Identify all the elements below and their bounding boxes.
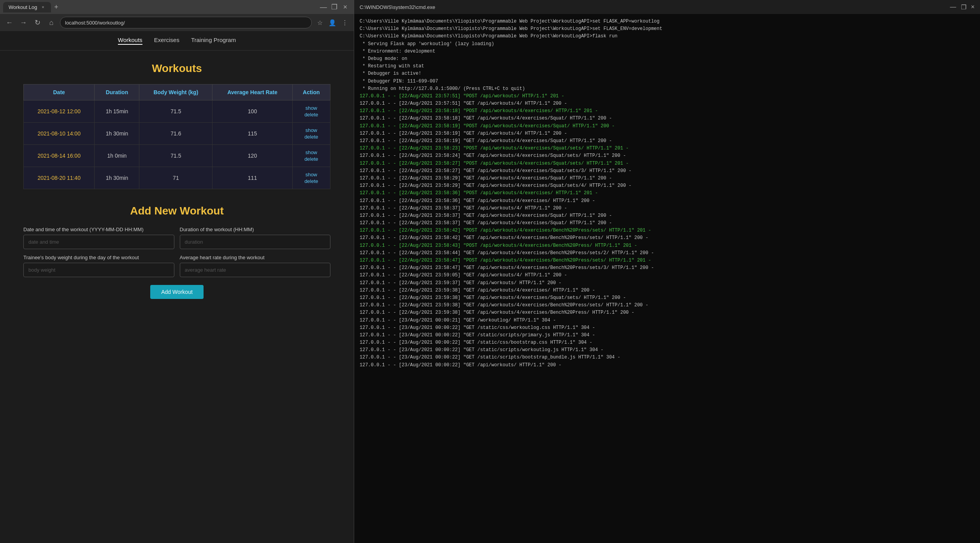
terminal-line: 127.0.0.1 - - [22/Aug/2021 23:57:51] "PO… — [360, 93, 975, 100]
bodyweight-label: Trainee's body weight during the day of … — [23, 255, 174, 260]
workout-table: Date Duration Body Weight (kg) Average H… — [23, 84, 330, 189]
terminal-line: * Debug mode: on — [360, 55, 975, 63]
nav-exercises[interactable]: Exercises — [154, 37, 179, 45]
window-close-button[interactable]: × — [340, 2, 351, 12]
delete-link[interactable]: delete — [304, 134, 318, 140]
cell-body-weight: 71.5 — [139, 145, 213, 167]
datetime-group: Date and time of the workout (YYYY-MM-DD… — [23, 227, 174, 249]
datetime-label: Date and time of the workout (YYYY-MM-DD… — [23, 227, 174, 232]
cell-action: show delete — [292, 123, 330, 145]
show-link[interactable]: show — [306, 149, 317, 155]
terminal-line: * Restarting with stat — [360, 63, 975, 70]
terminal-restore[interactable]: ❐ — [961, 4, 966, 11]
terminal-line: 127.0.0.1 - - [23/Aug/2021 00:00:22] "GE… — [360, 362, 975, 369]
bodyweight-input[interactable] — [23, 263, 174, 277]
cell-body-weight: 71.6 — [139, 123, 213, 145]
add-workout-section: Add New Workout Date and time of the wor… — [23, 205, 330, 299]
new-tab-button[interactable]: + — [51, 2, 61, 12]
terminal-line: 127.0.0.1 - - [22/Aug/2021 23:59:38] "GE… — [360, 309, 975, 316]
add-section-title: Add New Workout — [23, 205, 330, 217]
terminal-line: 127.0.0.1 - - [22/Aug/2021 23:58:27] "GE… — [360, 167, 975, 175]
terminal-line: 127.0.0.1 - - [22/Aug/2021 23:58:18] "PO… — [360, 107, 975, 115]
terminal-line: 127.0.0.1 - - [22/Aug/2021 23:58:43] "PO… — [360, 242, 975, 250]
forward-button[interactable]: → — [18, 17, 29, 28]
browser-actions: ☆ 👤 ⋮ — [315, 18, 350, 28]
terminal-line: 127.0.0.1 - - [22/Aug/2021 23:58:19] "PO… — [360, 123, 975, 130]
terminal-line: 127.0.0.1 - - [23/Aug/2021 00:00:21] "GE… — [360, 317, 975, 324]
terminal-line: * Environment: development — [360, 48, 975, 55]
terminal-line: 127.0.0.1 - - [22/Aug/2021 23:58:42] "PO… — [360, 227, 975, 234]
col-heart-rate: Average Heart Rate — [213, 84, 292, 100]
table-row: 2021-08-20 11:40 1h 30min 71 111 show de… — [24, 167, 330, 189]
terminal-close[interactable]: × — [971, 4, 975, 11]
delete-link[interactable]: delete — [304, 178, 318, 184]
window-minimize-button[interactable]: — — [318, 2, 329, 12]
terminal-line: 127.0.0.1 - - [22/Aug/2021 23:58:24] "GE… — [360, 152, 975, 160]
avg-hr-input[interactable] — [180, 263, 331, 277]
browser-titlebar: Workout Log × + — ❐ × — [0, 0, 354, 14]
cell-avg-heart-rate: 120 — [213, 145, 292, 167]
avg-hr-group: Average heart rate during the workout — [180, 255, 331, 277]
col-body-weight: Body Weight (kg) — [139, 84, 213, 100]
cell-date: 2021-08-10 14:00 — [24, 123, 95, 145]
cell-date: 2021-08-12 12:00 — [24, 100, 95, 123]
table-row: 2021-08-10 14:00 1h 30min 71.6 115 show … — [24, 123, 330, 145]
show-link[interactable]: show — [306, 105, 317, 111]
address-bar[interactable]: localhost:5000/workoutlog/ — [60, 17, 312, 28]
refresh-button[interactable]: ↻ — [32, 17, 43, 28]
cell-avg-heart-rate: 115 — [213, 123, 292, 145]
cell-body-weight: 71.5 — [139, 100, 213, 123]
terminal-line: 127.0.0.1 - - [22/Aug/2021 23:59:37] "GE… — [360, 279, 975, 287]
cell-avg-heart-rate: 100 — [213, 100, 292, 123]
cell-date: 2021-08-14 16:00 — [24, 145, 95, 167]
nav-workouts[interactable]: Workouts — [118, 37, 142, 45]
nav-training-program[interactable]: Training Program — [191, 37, 236, 45]
show-link[interactable]: show — [306, 172, 317, 177]
active-tab[interactable]: Workout Log × — [3, 2, 51, 12]
table-header-row: Date Duration Body Weight (kg) Average H… — [24, 84, 330, 100]
terminal-line: 127.0.0.1 - - [22/Aug/2021 23:58:29] "GE… — [360, 175, 975, 182]
terminal-line: 127.0.0.1 - - [23/Aug/2021 00:00:22] "GE… — [360, 332, 975, 339]
terminal-line: 127.0.0.1 - - [22/Aug/2021 23:58:37] "GE… — [360, 212, 975, 220]
navbar: Workouts Exercises Training Program — [0, 31, 354, 51]
cell-duration: 1h 0min — [95, 145, 139, 167]
terminal-line: 127.0.0.1 - - [22/Aug/2021 23:58:42] "GE… — [360, 234, 975, 242]
datetime-input[interactable] — [23, 235, 174, 249]
tab-area: Workout Log × + — [3, 2, 316, 12]
browser-controls: ← → ↻ ⌂ localhost:5000/workoutlog/ ☆ 👤 ⋮ — [0, 14, 354, 31]
url-text: localhost:5000/workoutlog/ — [65, 20, 125, 26]
account-button[interactable]: 👤 — [327, 18, 337, 28]
duration-input[interactable] — [180, 235, 331, 249]
cell-action: show delete — [292, 145, 330, 167]
delete-link[interactable]: delete — [304, 112, 318, 118]
terminal-line: 127.0.0.1 - - [23/Aug/2021 00:00:22] "GE… — [360, 339, 975, 346]
main-content: Workouts Date Duration Body Weight (kg) … — [0, 51, 354, 311]
terminal-line: 127.0.0.1 - - [22/Aug/2021 23:58:19] "GE… — [360, 137, 975, 145]
page-title: Workouts — [23, 62, 330, 75]
back-button[interactable]: ← — [4, 17, 15, 28]
col-date: Date — [24, 84, 95, 100]
cell-duration: 1h 30min — [95, 123, 139, 145]
avg-hr-label: Average heart rate during the workout — [180, 255, 331, 260]
browser-window: Workout Log × + — ❐ × ← → ↻ ⌂ localhost:… — [0, 0, 354, 543]
delete-link[interactable]: delete — [304, 156, 318, 162]
terminal-line: 127.0.0.1 - - [22/Aug/2021 23:58:44] "GE… — [360, 250, 975, 257]
menu-button[interactable]: ⋮ — [340, 18, 350, 28]
terminal-controls: — ❐ × — [950, 4, 975, 11]
bookmark-button[interactable]: ☆ — [315, 18, 325, 28]
tab-close-button[interactable]: × — [40, 4, 46, 10]
terminal-line: * Debugger PIN: 111-699-007 — [360, 78, 975, 85]
terminal-line: C:\Users\Ville Kylmämaa\Documents\Yliopi… — [360, 33, 975, 40]
terminal-line: 127.0.0.1 - - [22/Aug/2021 23:59:38] "GE… — [360, 287, 975, 294]
home-button[interactable]: ⌂ — [46, 17, 57, 28]
terminal-titlebar: C:\WINDOWS\system32\cmd.exe — ❐ × — [354, 0, 980, 14]
terminal-body: C:\Users\Ville Kylmämaa\Documents\Yliopi… — [354, 14, 980, 543]
duration-label: Duration of the workout (HH:MM) — [180, 227, 331, 232]
duration-group: Duration of the workout (HH:MM) — [180, 227, 331, 249]
terminal-minimize[interactable]: — — [950, 4, 956, 11]
col-duration: Duration — [95, 84, 139, 100]
bodyweight-group: Trainee's body weight during the day of … — [23, 255, 174, 277]
add-workout-button[interactable]: Add Workout — [150, 285, 204, 299]
window-restore-button[interactable]: ❐ — [329, 2, 340, 12]
show-link[interactable]: show — [306, 127, 317, 133]
